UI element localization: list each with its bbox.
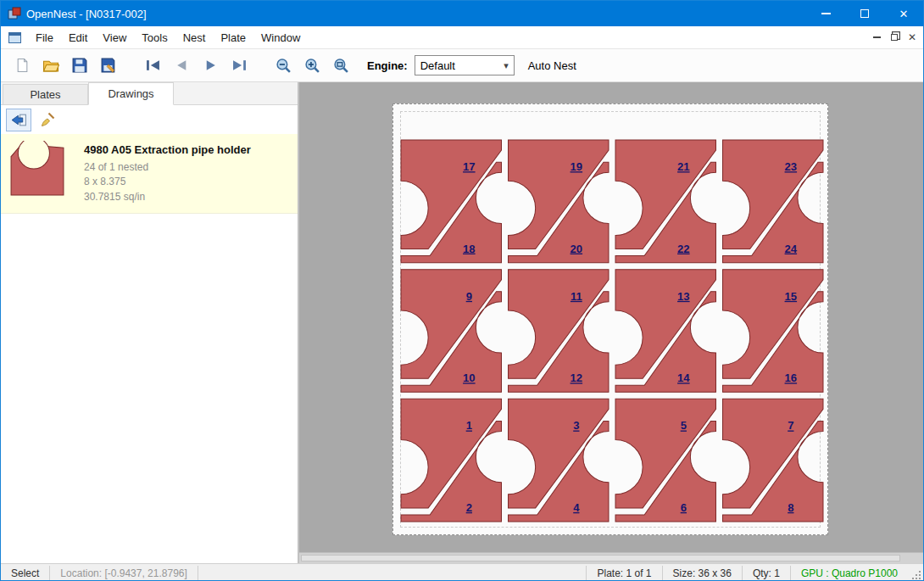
- go-last-button[interactable]: [226, 53, 252, 78]
- part-number[interactable]: 14: [677, 372, 690, 384]
- part-number[interactable]: 6: [681, 501, 687, 514]
- menu-file[interactable]: File: [28, 26, 61, 48]
- close-button[interactable]: ✕: [884, 1, 923, 26]
- nested-part-pair[interactable]: 12: [401, 399, 501, 522]
- nest-canvas[interactable]: 171819202122232491011121314151612345678: [299, 82, 923, 563]
- mdi-minimize-button[interactable]: [873, 36, 881, 38]
- tab-plates[interactable]: Plates: [3, 84, 88, 104]
- nested-part-pair[interactable]: 1920: [509, 140, 609, 263]
- go-next-button[interactable]: [198, 53, 223, 78]
- part-number[interactable]: 3: [573, 420, 579, 433]
- zoom-fit-icon: [333, 58, 349, 74]
- auto-nest-button[interactable]: Auto Nest: [528, 59, 576, 72]
- scrollbar-thumb[interactable]: [301, 555, 900, 561]
- part-number[interactable]: 1: [466, 420, 472, 433]
- save-icon: [72, 58, 87, 73]
- title-bar: OpenNest - [N0317-002] ✕: [1, 1, 923, 26]
- nested-part-pair[interactable]: 1314: [615, 270, 715, 393]
- canvas-horizontal-scrollbar[interactable]: [299, 552, 923, 563]
- nested-part-pair[interactable]: 910: [401, 270, 501, 393]
- nested-parts-layout[interactable]: 171819202122232491011121314151612345678: [396, 137, 825, 525]
- go-first-icon: [146, 59, 160, 71]
- part-number[interactable]: 16: [785, 372, 798, 384]
- menu-plate[interactable]: Plate: [213, 26, 253, 48]
- part-number[interactable]: 13: [677, 290, 690, 303]
- part-number[interactable]: 19: [571, 160, 583, 173]
- minimize-icon: [821, 13, 831, 14]
- part-number[interactable]: 4: [573, 501, 580, 514]
- zoom-in-button[interactable]: [299, 53, 325, 78]
- part-number[interactable]: 22: [677, 243, 690, 255]
- part-number[interactable]: 2: [466, 501, 472, 514]
- clean-brush-icon: [40, 112, 55, 127]
- open-button[interactable]: [38, 53, 64, 78]
- nested-part-pair[interactable]: 34: [509, 399, 609, 522]
- part-number[interactable]: 12: [571, 372, 583, 384]
- engine-selected-value: Default: [420, 59, 504, 72]
- chevron-down-icon: ▾: [504, 60, 509, 71]
- menu-edit[interactable]: Edit: [61, 26, 95, 48]
- part-number[interactable]: 7: [788, 420, 793, 433]
- save-as-button[interactable]: [96, 53, 121, 78]
- part-number[interactable]: 24: [785, 243, 798, 255]
- drawing-meta: 4980 A05 Extraction pipe holder 24 of 1 …: [84, 141, 251, 204]
- part-number[interactable]: 18: [463, 243, 476, 255]
- part-number[interactable]: 21: [677, 160, 690, 173]
- nested-part-pair[interactable]: 1516: [723, 270, 823, 393]
- menu-tools[interactable]: Tools: [134, 26, 175, 48]
- maximize-icon: [860, 9, 869, 18]
- close-icon: ✕: [899, 8, 909, 20]
- part-number[interactable]: 17: [463, 160, 476, 173]
- status-size: Size: 36 x 36: [663, 564, 742, 581]
- part-number[interactable]: 23: [785, 160, 798, 173]
- drawing-title: 4980 A05 Extraction pipe holder: [84, 143, 251, 156]
- part-number[interactable]: 15: [785, 290, 798, 303]
- nested-part-pair[interactable]: 1112: [509, 270, 609, 393]
- maximize-button[interactable]: [845, 1, 884, 26]
- minimize-button[interactable]: [806, 1, 845, 26]
- go-previous-button[interactable]: [169, 53, 194, 78]
- mdi-close-button[interactable]: ✕: [908, 32, 916, 42]
- nested-part-pair[interactable]: 56: [615, 399, 715, 522]
- zoom-fit-button[interactable]: [328, 53, 353, 78]
- menu-window[interactable]: Window: [253, 26, 308, 48]
- part-number[interactable]: 9: [466, 290, 472, 303]
- engine-select[interactable]: Default ▾: [415, 55, 515, 75]
- panel-toolbar: [1, 105, 298, 134]
- part-number[interactable]: 11: [571, 290, 582, 303]
- part-number[interactable]: 5: [681, 420, 687, 433]
- status-location: Location: [-0.9437, 21.8796]: [50, 564, 197, 581]
- menu-nest[interactable]: Nest: [175, 26, 214, 48]
- status-mode: Select: [1, 564, 49, 581]
- new-document-icon: [15, 58, 30, 73]
- nested-part-pair[interactable]: 1718: [401, 140, 501, 263]
- resize-grip[interactable]: [908, 564, 923, 581]
- part-number[interactable]: 10: [463, 372, 476, 384]
- save-as-icon: [101, 58, 116, 73]
- zoom-out-icon: [276, 58, 292, 74]
- part-number[interactable]: 20: [571, 243, 583, 255]
- nested-part-pair[interactable]: 2122: [615, 140, 715, 263]
- drawing-list-item[interactable]: 4980 A05 Extraction pipe holder 24 of 1 …: [1, 134, 298, 214]
- plate[interactable]: 171819202122232491011121314151612345678: [392, 103, 828, 535]
- nested-part-pair[interactable]: 2324: [723, 140, 823, 263]
- go-first-button[interactable]: [140, 53, 165, 78]
- drawings-list: 4980 A05 Extraction pipe holder 24 of 1 …: [1, 134, 298, 563]
- part-number[interactable]: 8: [788, 501, 793, 514]
- nested-part-pair[interactable]: 78: [723, 399, 823, 522]
- new-document-button[interactable]: [9, 53, 35, 78]
- part-thumbnail: [9, 141, 65, 197]
- menu-view[interactable]: View: [95, 26, 134, 48]
- window-title: OpenNest - [N0317-002]: [26, 8, 806, 20]
- zoom-in-icon: [304, 58, 320, 74]
- mdi-restore-button[interactable]: [891, 34, 898, 41]
- tab-drawings[interactable]: Drawings: [88, 82, 174, 105]
- save-button[interactable]: [67, 53, 92, 78]
- zoom-out-button[interactable]: [270, 53, 296, 78]
- status-bar: Select Location: [-0.9437, 21.8796] Plat…: [1, 563, 923, 581]
- go-previous-icon: [175, 59, 189, 71]
- send-to-nest-button[interactable]: [6, 109, 31, 131]
- clean-brush-button[interactable]: [35, 109, 60, 131]
- go-next-icon: [203, 59, 218, 71]
- panel-tabs: Plates Drawings: [1, 82, 298, 105]
